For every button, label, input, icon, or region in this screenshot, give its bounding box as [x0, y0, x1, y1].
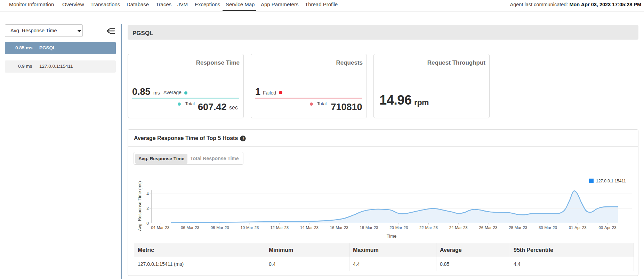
svg-text:Avg. Response Time (ms): Avg. Response Time (ms) [137, 181, 142, 231]
svg-text:03-Apr-23: 03-Apr-23 [598, 225, 616, 230]
svg-text:04-Mar-23: 04-Mar-23 [151, 225, 169, 230]
svg-text:12-Mar-23: 12-Mar-23 [270, 225, 289, 230]
svg-text:18-Mar-23: 18-Mar-23 [360, 225, 378, 230]
svg-text:Time: Time [387, 233, 396, 239]
svg-text:4: 4 [146, 191, 149, 196]
svg-text:24-Mar-23: 24-Mar-23 [449, 225, 468, 230]
svg-text:01-Apr-23: 01-Apr-23 [569, 225, 587, 230]
svg-text:26-Mar-23: 26-Mar-23 [479, 225, 497, 230]
svg-text:14-Mar-23: 14-Mar-23 [300, 225, 319, 230]
svg-text:08-Mar-23: 08-Mar-23 [211, 225, 229, 230]
svg-text:16-Mar-23: 16-Mar-23 [330, 225, 348, 230]
svg-text:06-Mar-23: 06-Mar-23 [181, 225, 199, 230]
svg-text:0: 0 [146, 221, 149, 226]
svg-text:28-Mar-23: 28-Mar-23 [509, 225, 527, 230]
svg-text:22-Mar-23: 22-Mar-23 [419, 225, 438, 230]
svg-text:20-Mar-23: 20-Mar-23 [389, 225, 408, 230]
svg-text:30-Mar-23: 30-Mar-23 [539, 225, 557, 230]
svg-text:2: 2 [146, 206, 149, 211]
svg-text:10-Mar-23: 10-Mar-23 [240, 225, 259, 230]
